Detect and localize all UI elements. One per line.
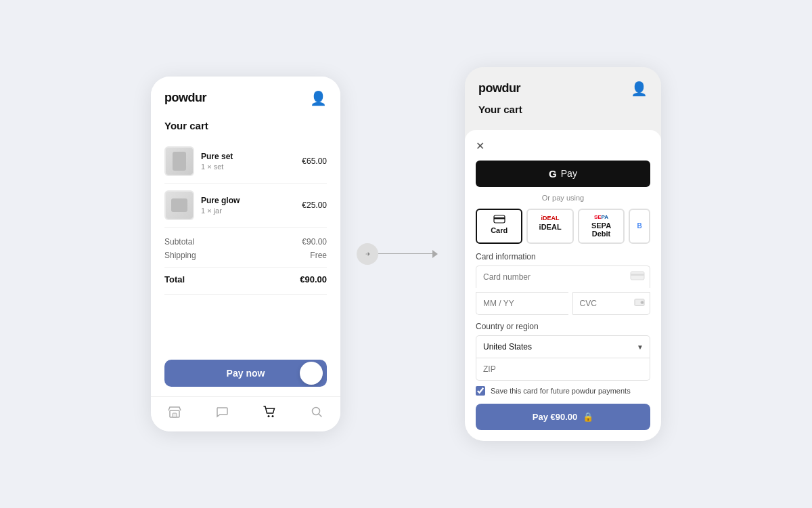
svg-rect-7 [494, 217, 505, 219]
pay-now-label: Pay now [227, 368, 265, 379]
other-payment-icon: B [637, 222, 641, 230]
total-label: Total [164, 274, 185, 284]
svg-point-4 [313, 407, 320, 415]
left-phone-header: powdur 👤 [151, 77, 340, 113]
card-info-section: Card information [476, 252, 650, 315]
card-brand-icon [630, 271, 645, 283]
method-ideal-label: iDEAL [539, 223, 562, 231]
pure-glow-img [166, 192, 193, 219]
or-divider: Or pay using [476, 194, 650, 202]
country-select-wrap: United States ▼ [476, 335, 650, 358]
arrow-head [432, 250, 438, 258]
country-section: Country or region United States ▼ [476, 322, 650, 381]
arrow-line [378, 253, 432, 254]
gpay-g-letter: G [549, 168, 557, 179]
svg-point-12 [641, 301, 644, 303]
lock-icon: 🔒 [583, 412, 593, 422]
method-sepa-label: SEPA Debit [585, 221, 618, 238]
right-avatar-icon: 👤 [631, 81, 648, 97]
nav-bar [151, 396, 340, 431]
item-details-2: Pure glow 1 × jar [201, 196, 295, 215]
item-name-2: Pure glow [201, 196, 295, 205]
left-phone-footer: Pay now [151, 349, 340, 396]
item-qty-2: 1 × jar [201, 207, 295, 215]
svg-point-2 [268, 415, 270, 417]
modal-close-button[interactable]: ✕ [476, 140, 650, 152]
card-info-label: Card information [476, 252, 650, 261]
zip-input[interactable] [476, 358, 650, 381]
card-number-input[interactable] [476, 266, 650, 288]
pay-final-button[interactable]: Pay €90.00 🔒 [476, 404, 650, 430]
svg-rect-9 [631, 274, 644, 276]
right-phone-header: powdur 👤 [465, 67, 661, 104]
gpay-label: Pay [561, 168, 577, 179]
ideal-icon: iDEAL [541, 215, 560, 221]
shipping-row: Shipping Free [164, 251, 327, 260]
nav-chat-icon[interactable] [215, 405, 229, 422]
transition-arrow [367, 243, 438, 265]
shipping-value: Free [310, 251, 327, 260]
sepa-icon: SEPA [594, 215, 608, 221]
save-card-row: Save this card for future powdur payment… [476, 386, 650, 396]
cart-item-1: Pure set 1 × set €65.00 [164, 140, 327, 184]
item-img-1 [164, 146, 194, 176]
subtotal-label: Subtotal [164, 237, 194, 247]
subtotal-row: Subtotal €90.00 [164, 237, 327, 247]
item-img-2 [164, 190, 194, 220]
item-details-1: Pure set 1 × set [201, 152, 295, 171]
payment-modal: ✕ G Pay Or pay using Card iDEAL iDEAL [465, 130, 661, 442]
pay-final-label: Pay €90.00 [533, 412, 578, 422]
method-sepa-button[interactable]: SEPA SEPA Debit [578, 209, 625, 245]
method-other-partial: B [629, 209, 650, 245]
left-cart-title: Your cart [164, 120, 327, 131]
total-row: Total €90.00 [164, 267, 327, 284]
card-number-wrap [476, 266, 650, 288]
save-card-checkbox[interactable] [476, 386, 485, 396]
left-phone: powdur 👤 Your cart Pure set 1 × set €65.… [151, 77, 340, 431]
pure-set-img [166, 148, 193, 175]
card-expiry-cvc-row [476, 292, 650, 315]
cart-summary: Subtotal €90.00 Shipping Free Total €90.… [164, 228, 327, 295]
method-card-button[interactable]: Card [476, 209, 522, 245]
expiry-input[interactable] [476, 292, 568, 315]
right-phone-body: Your cart [465, 104, 661, 130]
gpay-button[interactable]: G Pay [476, 161, 650, 187]
shipping-label: Shipping [164, 251, 196, 260]
pay-slider [300, 362, 323, 385]
nav-search-icon[interactable] [310, 405, 323, 422]
item-price-1: €65.00 [302, 156, 327, 166]
method-ideal-button[interactable]: iDEAL iDEAL [526, 209, 573, 245]
nav-cart-icon[interactable] [263, 405, 276, 422]
right-cart-title: Your cart [478, 104, 648, 115]
left-avatar-icon: 👤 [310, 90, 327, 106]
payment-methods-row: Card iDEAL iDEAL SEPA SEPA Debit B [476, 209, 650, 245]
pay-now-button[interactable]: Pay now [164, 360, 327, 387]
method-card-label: Card [491, 226, 508, 234]
nav-store-icon[interactable] [168, 405, 181, 422]
item-name-1: Pure set [201, 152, 295, 161]
right-logo: powdur [478, 81, 520, 96]
item-qty-1: 1 × set [201, 163, 295, 171]
save-card-label: Save this card for future powdur payment… [491, 387, 631, 395]
arrow-circle [357, 243, 378, 265]
left-logo: powdur [164, 91, 206, 105]
right-phone: powdur 👤 Your cart ✕ G Pay Or pay using … [465, 67, 661, 442]
total-value: €90.00 [300, 274, 327, 284]
cvc-info-icon [634, 299, 645, 309]
item-price-2: €25.00 [302, 200, 327, 210]
cvc-wrap [572, 292, 651, 315]
svg-rect-1 [173, 413, 177, 417]
svg-point-3 [272, 415, 274, 417]
subtotal-value: €90.00 [302, 237, 327, 247]
cart-item-2: Pure glow 1 × jar €25.00 [164, 184, 327, 228]
card-icon [493, 215, 505, 225]
country-select[interactable]: United States [476, 335, 650, 358]
left-phone-body: Your cart Pure set 1 × set €65.00 Pure g… [151, 113, 340, 295]
country-label: Country or region [476, 322, 650, 331]
